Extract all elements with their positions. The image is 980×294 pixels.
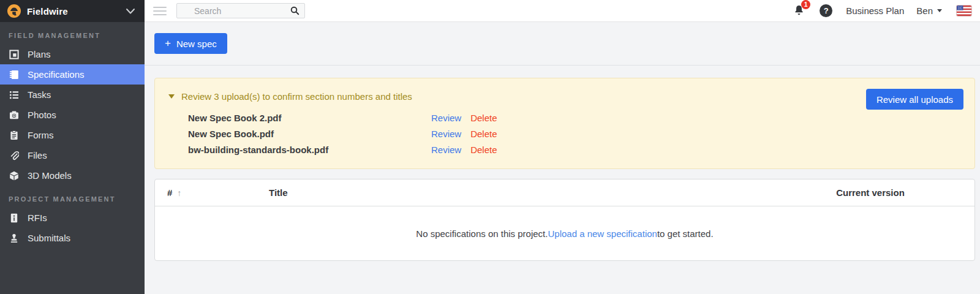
search-icon[interactable] [290, 6, 300, 18]
upload-filename: New Spec Book 2.pdf [188, 113, 431, 123]
column-header-title[interactable]: Title [269, 187, 766, 198]
help-icon[interactable]: ? [820, 4, 832, 17]
plans-icon [9, 49, 19, 59]
forms-icon [9, 130, 19, 140]
menu-icon[interactable] [153, 7, 167, 15]
caret-down-icon [937, 9, 942, 12]
upload-row: bw-building-standards-book.pdf Review De… [188, 141, 965, 157]
upload-specification-link[interactable]: Upload a new specification [548, 228, 657, 239]
upload-row: New Spec Book.pdf Review Delete [188, 126, 965, 141]
sidebar-item-photos[interactable]: Photos [0, 105, 145, 125]
delete-link[interactable]: Delete [470, 145, 497, 155]
topbar: 1 ? Business Plan Ben [145, 0, 980, 22]
specifications-table: #↑ Title Current version No specificatio… [154, 179, 975, 261]
sidebar-item-label: Submittals [28, 233, 70, 243]
sidebar-item-label: Plans [28, 49, 51, 59]
alert-title-row: Review 3 upload(s) to confirm section nu… [165, 91, 965, 102]
project-switcher[interactable]: Fieldwire [0, 0, 145, 22]
search-box [176, 3, 305, 18]
notifications-bell-icon[interactable]: 1 [793, 4, 805, 18]
empty-state-text: No specifications on this project. [416, 228, 548, 239]
table-header: #↑ Title Current version [155, 179, 974, 206]
notification-badge: 1 [801, 0, 810, 9]
main-content: + New spec Review 3 upload(s) to confirm… [145, 22, 980, 294]
user-menu[interactable]: Ben [916, 6, 942, 16]
section-field-management: FIELD MANAGEMENT [0, 22, 145, 44]
sidebar-item-label: 3D Models [28, 170, 72, 181]
sidebar-item-label: Files [28, 150, 47, 160]
sidebar-item-forms[interactable]: Forms [0, 125, 145, 145]
sidebar-item-specifications[interactable]: Specifications [0, 64, 145, 85]
sidebar-item-label: Specifications [28, 69, 85, 80]
review-all-uploads-button[interactable]: Review all uploads [866, 89, 963, 110]
sidebar-item-3d-models[interactable]: 3D Models [0, 165, 145, 186]
uploads-list: New Spec Book 2.pdf Review Delete New Sp… [188, 110, 965, 157]
new-spec-label: New spec [176, 39, 217, 49]
upload-filename: bw-building-standards-book.pdf [188, 145, 431, 155]
search-input[interactable] [176, 3, 305, 18]
cube-icon [9, 170, 19, 181]
files-icon [9, 150, 19, 160]
plus-icon: + [165, 37, 171, 50]
sidebar-item-label: RFIs [28, 213, 47, 223]
sidebar-item-plans[interactable]: Plans [0, 44, 145, 64]
toolbar: + New spec [145, 22, 980, 66]
upload-row: New Spec Book 2.pdf Review Delete [188, 110, 965, 126]
user-name: Ben [916, 6, 933, 16]
sidebar-item-label: Tasks [28, 89, 51, 100]
sidebar-item-tasks[interactable]: Tasks [0, 85, 145, 105]
sidebar-item-submittals[interactable]: Submittals [0, 228, 145, 248]
empty-state-text: to get started. [657, 228, 714, 239]
collapse-arrow-icon[interactable] [168, 94, 175, 99]
rfi-document-icon [9, 213, 19, 223]
chevron-down-icon[interactable] [124, 5, 137, 17]
app-name: Fieldwire [27, 6, 68, 17]
tasks-icon [9, 89, 19, 100]
sort-asc-icon: ↑ [177, 188, 181, 198]
new-spec-button[interactable]: + New spec [154, 33, 227, 54]
upload-filename: New Spec Book.pdf [188, 129, 431, 139]
fieldwire-logo-icon [7, 4, 21, 18]
uploads-review-alert: Review 3 upload(s) to confirm section nu… [154, 78, 975, 169]
alert-title: Review 3 upload(s) to confirm section nu… [181, 91, 412, 102]
review-link[interactable]: Review [431, 129, 461, 139]
sidebar-item-label: Forms [28, 130, 54, 140]
sidebar: Fieldwire FIELD MANAGEMENT Plans Specifi… [0, 0, 145, 294]
column-header-current-version[interactable]: Current version [766, 187, 974, 198]
sidebar-item-rfis[interactable]: RFIs [0, 208, 145, 228]
delete-link[interactable]: Delete [470, 113, 497, 123]
sidebar-item-files[interactable]: Files [0, 145, 145, 165]
plan-label[interactable]: Business Plan [846, 6, 904, 16]
delete-link[interactable]: Delete [470, 129, 497, 139]
stamp-icon [9, 233, 19, 243]
sidebar-item-label: Photos [28, 110, 56, 120]
empty-state: No specifications on this project. Uploa… [155, 206, 974, 260]
section-project-management: PROJECT MANAGEMENT [0, 186, 145, 208]
topbar-right: 1 ? Business Plan Ben [793, 4, 971, 18]
photos-icon [9, 110, 19, 120]
column-header-number[interactable]: #↑ [155, 187, 269, 198]
review-link[interactable]: Review [431, 145, 461, 155]
language-flag-icon[interactable] [957, 6, 971, 16]
specifications-icon [9, 69, 19, 80]
review-link[interactable]: Review [431, 113, 461, 123]
